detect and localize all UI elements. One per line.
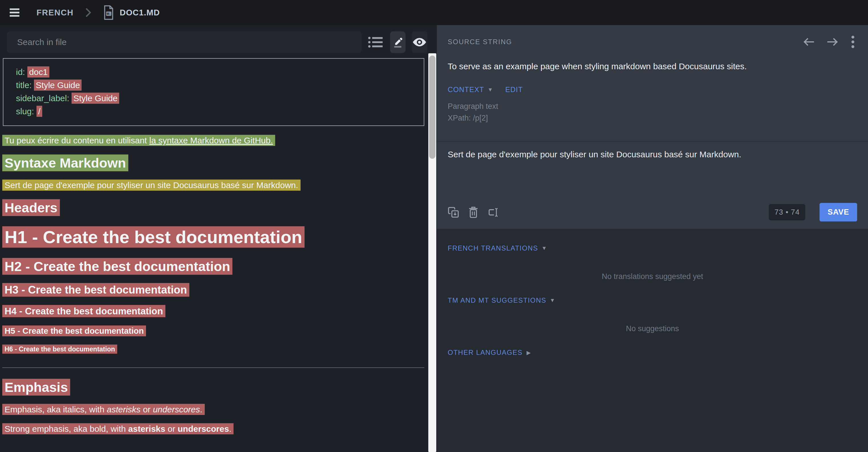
search-input[interactable]: [7, 31, 362, 53]
frontmatter-value-string[interactable]: Style Guide: [34, 79, 82, 91]
doc-string: Syntaxe Markdown: [2, 155, 424, 171]
markdown-file-icon: M↓: [103, 5, 115, 20]
text-run: asterisks: [106, 405, 140, 414]
section-other-languages[interactable]: OTHER LANGUAGES ▶: [448, 349, 857, 357]
frontmatter-line: title: Style Guide: [16, 79, 418, 92]
text-run: H2 - Create the best documentation: [5, 259, 230, 274]
doc-string-highlight-red[interactable]: Emphasis, aka italics, with asterisks or…: [2, 404, 205, 415]
breadcrumb-file[interactable]: DOC1.MD: [120, 8, 160, 18]
horizontal-rule: [2, 367, 424, 368]
doc-string: Emphasis: [2, 379, 424, 395]
text-run: Syntaxe Markdown: [5, 155, 126, 170]
source-string-text: To serve as an example page when styling…: [448, 62, 857, 71]
doc-string: H5 - Create the best documentation: [2, 326, 424, 336]
text-run: H5 - Create the best documentation: [5, 326, 144, 335]
frontmatter-key: slug:: [16, 106, 36, 116]
source-string-card: SOURCE STRING: [437, 25, 868, 229]
text-run: Headers: [5, 200, 58, 215]
translation-input[interactable]: Sert de page d'exemple pour styliser un …: [448, 142, 857, 203]
text-run: H6 - Create the best documentation: [5, 346, 115, 353]
suggestions-empty-state: No suggestions: [448, 324, 857, 333]
triangle-down-icon: ▼: [488, 87, 493, 93]
scrollbar-thumb[interactable]: [429, 56, 435, 159]
doc-string-highlight-red[interactable]: Emphasis: [2, 379, 70, 395]
doc-string: Strong emphasis, aka bold, with asterisk…: [2, 424, 424, 434]
preview-button[interactable]: [412, 31, 427, 53]
suggestion-sections: FRENCH TRANSLATIONS ▼ No translations su…: [437, 229, 868, 357]
context-xpath: XPath: /p[2]: [448, 112, 857, 124]
translation-toolbar: 73 • 74 SAVE: [448, 203, 857, 229]
frontmatter-line: sidebar_label: Style Guide: [16, 92, 418, 105]
doc-string: H6 - Create the best documentation: [2, 346, 424, 353]
section-tm-mt-suggestions[interactable]: TM AND MT SUGGESTIONS ▼: [448, 296, 857, 304]
doc-string: Tu peux écrire du contenu en utilisant l…: [2, 136, 424, 146]
frontmatter-line: slug: /: [16, 105, 418, 118]
previous-string-arrow-icon[interactable]: [803, 37, 814, 47]
vertical-scrollbar[interactable]: [428, 53, 436, 452]
copy-source-icon[interactable]: [448, 206, 459, 218]
text-run: H1 - Create the best documentation: [5, 227, 302, 247]
edit-mode-button[interactable]: [390, 31, 405, 53]
file-editor-panel: id: doc1title: Style Guidesidebar_label:…: [0, 25, 437, 452]
doc-string-highlight-red[interactable]: H2 - Create the best documentation: [2, 258, 232, 275]
text-select-icon[interactable]: [488, 206, 499, 218]
character-counter: 73 • 74: [769, 204, 805, 220]
delete-translation-icon[interactable]: [468, 206, 478, 218]
doc-string-highlight-red[interactable]: H1 - Create the best documentation: [2, 226, 305, 248]
document-view: id: doc1title: Style Guidesidebar_label:…: [0, 54, 437, 434]
frontmatter-key: sidebar_label:: [16, 94, 71, 103]
context-type: Paragraph text: [448, 101, 857, 112]
next-string-arrow-icon[interactable]: [827, 37, 838, 47]
svg-text:M↓: M↓: [106, 12, 111, 15]
doc-string-highlight-red[interactable]: Strong emphasis, aka bold, with asterisk…: [2, 423, 234, 434]
text-run: Strong emphasis, aka bold, with: [5, 424, 128, 433]
doc-string-highlight-red[interactable]: H3 - Create the best documentation: [2, 283, 189, 297]
text-run: Emphasis, aka italics, with: [5, 405, 106, 414]
translation-panel: SOURCE STRING: [437, 25, 868, 452]
text-run: .: [229, 424, 231, 433]
text-run: or: [165, 424, 178, 433]
triangle-down-icon: ▼: [550, 297, 556, 303]
doc-string: Emphasis, aka italics, with asterisks or…: [2, 405, 424, 414]
frontmatter-line: id: doc1: [16, 66, 418, 79]
text-run: H4 - Create the best documentation: [5, 306, 163, 316]
text-run: asterisks: [128, 424, 165, 433]
doc-string-highlight-red[interactable]: H5 - Create the best documentation: [2, 325, 146, 336]
doc-string: Sert de page d'exemple pour styliser un …: [2, 181, 424, 190]
frontmatter-key: id:: [16, 67, 27, 77]
frontmatter-key: title:: [16, 80, 34, 90]
doc-string: H3 - Create the best documentation: [2, 284, 424, 296]
search-row: [0, 25, 437, 54]
doc-string: H1 - Create the best documentation: [2, 227, 424, 247]
context-toggle[interactable]: CONTEXT: [448, 86, 484, 94]
text-run: H3 - Create the best documentation: [5, 284, 187, 296]
frontmatter-value-string[interactable]: /: [36, 106, 42, 117]
section-french-translations[interactable]: FRENCH TRANSLATIONS ▼: [448, 244, 857, 252]
section-title-label: TM AND MT SUGGESTIONS: [448, 296, 546, 304]
doc-string-highlight-red[interactable]: H6 - Create the best documentation: [2, 345, 117, 354]
text-run: Tu peux écrire du contenu en utilisant: [5, 136, 149, 145]
strings-list-icon[interactable]: [368, 31, 384, 53]
doc-string: Headers: [2, 200, 424, 216]
eye-icon: [412, 37, 427, 47]
doc-string-highlight-yellow[interactable]: Sert de page d'exemple pour styliser un …: [2, 180, 301, 191]
doc-string: H4 - Create the best documentation: [2, 306, 424, 317]
text-run: or: [141, 405, 153, 414]
doc-string-highlight-red[interactable]: H4 - Create the best documentation: [2, 305, 165, 317]
kebab-menu-icon[interactable]: [851, 35, 855, 49]
hamburger-menu-icon[interactable]: [8, 7, 22, 18]
doc-string: H2 - Create the best documentation: [2, 258, 424, 274]
text-run: Emphasis: [5, 380, 68, 395]
source-string-title: SOURCE STRING: [448, 38, 512, 46]
top-bar: FRENCH M↓ DOC1.MD: [0, 0, 868, 25]
edit-context-link[interactable]: EDIT: [505, 86, 523, 94]
breadcrumb-project[interactable]: FRENCH: [36, 8, 73, 18]
frontmatter-value-string[interactable]: Style Guide: [71, 93, 119, 104]
section-title-label: FRENCH TRANSLATIONS: [448, 244, 538, 252]
text-run: la syntaxe Markdown de GitHub.: [149, 136, 273, 145]
doc-string-highlight-green[interactable]: Tu peux écrire du contenu en utilisant l…: [2, 135, 275, 146]
doc-string-highlight-red[interactable]: Headers: [2, 199, 60, 216]
doc-string-highlight-green[interactable]: Syntaxe Markdown: [2, 155, 128, 171]
save-button[interactable]: SAVE: [819, 203, 857, 221]
frontmatter-value-string[interactable]: doc1: [27, 66, 49, 77]
